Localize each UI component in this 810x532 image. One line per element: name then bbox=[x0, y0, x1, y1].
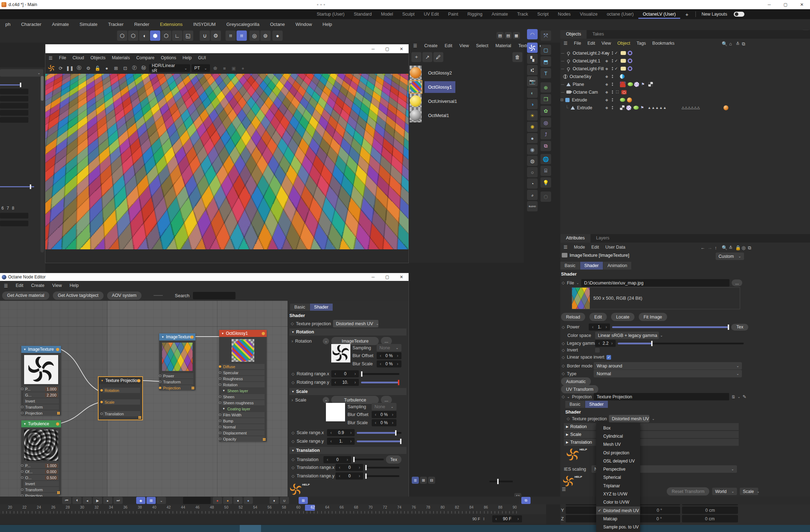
layout-tab[interactable]: Script bbox=[533, 10, 553, 19]
minimize-button[interactable]: ─ bbox=[366, 44, 380, 53]
tab-attributes[interactable]: Attributes bbox=[560, 234, 590, 243]
image-action-button[interactable]: Locate bbox=[611, 313, 634, 321]
dropdown-item[interactable]: Sample pos. to UV bbox=[596, 523, 640, 531]
menu-item[interactable]: ph bbox=[0, 22, 16, 27]
target-tag-icon[interactable] bbox=[628, 51, 632, 55]
expand-caret-icon[interactable]: ⌄ bbox=[567, 395, 570, 399]
lv-menu-item[interactable]: Compare bbox=[133, 55, 157, 60]
home-icon[interactable]: ⌂ bbox=[729, 41, 732, 46]
render-pass-button[interactable]: Post bbox=[154, 169, 167, 175]
hexagon-half-tool-icon[interactable]: ◖ bbox=[139, 31, 149, 41]
node-port-row[interactable]: Specular bbox=[221, 370, 265, 375]
tab-takes[interactable]: Takes bbox=[587, 30, 610, 39]
node-port-row[interactable]: Bump bbox=[221, 418, 265, 423]
octane-logo-icon[interactable] bbox=[527, 43, 538, 53]
add-layout-button[interactable]: + bbox=[680, 11, 693, 17]
menu-item[interactable]: Extensions bbox=[155, 22, 188, 27]
node-resize-handle[interactable] bbox=[57, 491, 60, 494]
visibility-dots-icon[interactable] bbox=[612, 90, 613, 94]
swirl-sphere-icon[interactable]: ◔ bbox=[527, 178, 538, 189]
node-port-row[interactable]: Film Width bbox=[221, 412, 265, 417]
record-scale-button[interactable]: ● bbox=[223, 497, 232, 504]
rotx-spinner[interactable]: ‹0› bbox=[331, 370, 359, 377]
node-resize-handle[interactable] bbox=[138, 416, 141, 419]
close-button[interactable]: ✕ bbox=[794, 0, 810, 9]
node-port-row[interactable]: Transform bbox=[161, 379, 193, 384]
node-canvas[interactable]: ▼ImageTexture P...1.000G...2.200InvertTr… bbox=[0, 301, 288, 497]
left-panel-dropdown[interactable]: ⌄ bbox=[0, 69, 43, 77]
object-row[interactable]: └ Extrude ◆ ⚑ ▲▲▲▲▲ △△△△△△ bbox=[560, 104, 810, 111]
om-menu-item[interactable]: Edit bbox=[584, 41, 598, 46]
left-field[interactable] bbox=[0, 89, 28, 94]
layout-tab[interactable]: Nodes bbox=[553, 10, 575, 19]
response-curve-dropdown[interactable]: HDR/Linear sR⌄ bbox=[149, 64, 190, 72]
tab-shader[interactable]: Shader bbox=[580, 262, 603, 270]
ne-menu-item[interactable]: Create bbox=[27, 283, 49, 288]
left-field[interactable] bbox=[0, 213, 28, 218]
node-resize-handle[interactable] bbox=[192, 387, 194, 389]
tab-animation[interactable]: Animation bbox=[603, 262, 632, 270]
film-frame-icon[interactable]: ▤ bbox=[496, 32, 504, 39]
node-resize-handle[interactable] bbox=[57, 412, 60, 415]
scaley-slider[interactable] bbox=[357, 440, 401, 442]
dropdown-item[interactable]: Triplanar bbox=[596, 482, 640, 490]
tab-objects[interactable]: Objects bbox=[560, 30, 587, 39]
record-rotation-button[interactable]: ● bbox=[233, 497, 243, 504]
end-frame-stepper[interactable]: ‹90 F› bbox=[492, 515, 522, 522]
output-port[interactable] bbox=[56, 422, 59, 426]
mat-menu-item[interactable]: Create bbox=[421, 43, 441, 48]
selection-tags-filled-icon[interactable]: ▲▲▲▲▲ bbox=[648, 106, 667, 110]
ne-menu-item[interactable]: View bbox=[48, 283, 66, 288]
gear-ring-icon[interactable]: ⊚ bbox=[260, 31, 271, 41]
selection-tags-hollow-icon[interactable]: △△△△△△ bbox=[682, 106, 700, 110]
compositing-tag-icon[interactable] bbox=[620, 105, 625, 110]
visibility-dots-icon[interactable] bbox=[612, 74, 613, 78]
node-port-row[interactable]: Sheen layer bbox=[221, 388, 265, 393]
tab-basic[interactable]: Basic bbox=[290, 304, 310, 311]
text-tool-icon[interactable]: T bbox=[540, 68, 551, 78]
visibility-dots-icon[interactable] bbox=[612, 51, 613, 55]
enabled-check-icon[interactable]: ✓ bbox=[615, 66, 618, 71]
node-param-row[interactable]: Transform bbox=[23, 487, 59, 492]
node-imagetexture-1[interactable]: ▼ImageTexture P...1.000G...2.200InvertTr… bbox=[21, 346, 61, 415]
ne-menu-item[interactable]: Edit bbox=[12, 283, 27, 288]
node-port-row[interactable]: Displacement bbox=[221, 430, 265, 436]
edit-pen-icon[interactable]: ✎ bbox=[743, 394, 747, 399]
node-port-row[interactable]: Rotation bbox=[221, 382, 265, 387]
render-pass-button[interactable]: LRef bbox=[128, 169, 141, 175]
menu-item[interactable]: Help bbox=[317, 22, 338, 27]
roty-spinner[interactable]: ‹10.› bbox=[331, 379, 359, 386]
goto-end-button[interactable]: ⏭ bbox=[113, 497, 123, 504]
menu-item[interactable]: INSYDIUM bbox=[188, 22, 221, 27]
keyframe-selection-button[interactable]: ♦ bbox=[270, 497, 279, 504]
phong-tag-icon[interactable]: ⚑ bbox=[640, 105, 644, 110]
blur-scale-spinner[interactable]: ‹0 %› bbox=[372, 419, 396, 426]
left-slider[interactable] bbox=[0, 84, 21, 85]
image-icon[interactable]: 🖻 bbox=[731, 395, 735, 399]
sky-globe-icon[interactable]: 🌐 bbox=[540, 154, 551, 164]
hdri-environment-icon[interactable]: ◐ bbox=[527, 88, 538, 98]
grid-view-icon[interactable]: ⊞ bbox=[420, 477, 427, 484]
target-rings-icon[interactable]: ◎ bbox=[249, 31, 260, 41]
scale-section[interactable]: ▶Scale bbox=[564, 431, 739, 438]
om-menu-item[interactable]: Object bbox=[614, 41, 633, 46]
trans-tex-button[interactable]: Tex bbox=[386, 455, 401, 464]
visibility-dots-icon[interactable] bbox=[612, 98, 613, 102]
list-view-icon[interactable]: ≣ bbox=[412, 477, 419, 484]
enabled-check-icon[interactable]: ✓ bbox=[615, 59, 618, 63]
image-action-button[interactable]: Fit Image bbox=[639, 313, 667, 321]
menu-item[interactable]: Character bbox=[16, 22, 46, 27]
file-path-input[interactable]: D:\Documents\tex\uv_map.jpg bbox=[581, 279, 729, 287]
power-spinner[interactable]: ‹1.› bbox=[589, 323, 610, 331]
new-layouts-button[interactable]: New Layouts bbox=[698, 12, 731, 17]
axis-corner-tool-icon[interactable]: ∟ bbox=[172, 31, 182, 41]
close-button[interactable]: ✕ bbox=[394, 44, 409, 53]
visibility-dots-icon[interactable] bbox=[612, 82, 613, 86]
smoothing-tag-icon[interactable] bbox=[620, 98, 625, 102]
camera-snapshot-icon[interactable]: ▣ bbox=[230, 64, 238, 72]
glossy-sphere-icon[interactable]: ● bbox=[527, 133, 538, 143]
dropdown-item[interactable]: OSL delayed UV bbox=[596, 457, 640, 465]
layer-icon[interactable]: ◆ bbox=[605, 59, 608, 63]
file-browse-button[interactable]: ... bbox=[732, 279, 742, 286]
ne-menu-item[interactable]: Help bbox=[66, 283, 83, 288]
